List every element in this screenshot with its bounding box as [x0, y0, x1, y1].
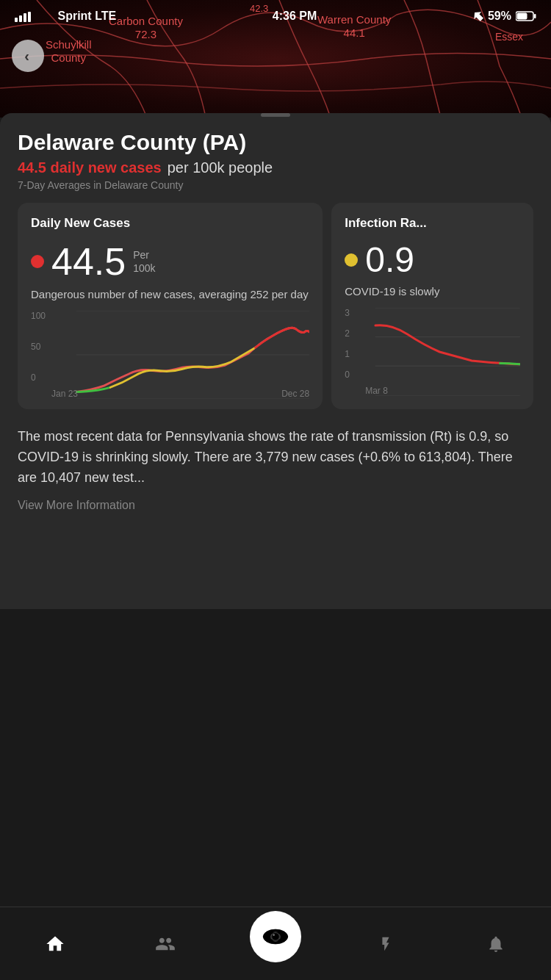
- status-bar: Sprint LTE 4:36 PM 59%: [0, 0, 551, 32]
- infection-rate-card: Infection Ra... 0.9 COVID-19 is slowly 3…: [331, 203, 533, 409]
- svg-rect-6: [534, 14, 536, 18]
- description-section: The most recent data for Pennsylvania sh…: [0, 409, 551, 521]
- ix-label-start: Mar 8: [365, 386, 388, 396]
- people-icon: [154, 934, 176, 954]
- card-value-infection: 0.9: [365, 242, 414, 278]
- county-title: Delaware County (PA): [0, 130, 551, 155]
- nav-people[interactable]: [110, 934, 220, 954]
- back-arrow-icon: ‹: [24, 48, 29, 65]
- cards-row: Daily New Cases 44.5 Per 100k Dangerous …: [0, 203, 551, 409]
- eyeball-icon: [262, 926, 289, 947]
- description-text: The most recent data for Pennsylvania sh…: [18, 427, 533, 489]
- carrier-label: Sprint LTE: [15, 10, 116, 23]
- back-button[interactable]: ‹: [12, 40, 44, 72]
- card-title-daily: Daily New Cases: [31, 216, 309, 231]
- svg-rect-3: [28, 12, 31, 22]
- daily-new-cases-card: Daily New Cases 44.5 Per 100k Dangerous …: [18, 203, 323, 409]
- home-icon: [45, 934, 65, 954]
- svg-marker-4: [471, 9, 486, 24]
- red-dot: [31, 255, 44, 268]
- x-label-start: Jan 23: [51, 389, 78, 399]
- card-value-row-infection: 0.9: [345, 242, 520, 278]
- chart-daily: 100 50 0: [31, 311, 309, 399]
- nav-home[interactable]: [0, 934, 110, 954]
- main-sheet: Delaware County (PA) 44.5 daily new case…: [0, 113, 551, 609]
- view-more-link[interactable]: View More Information: [18, 499, 135, 511]
- flash-icon: [378, 934, 394, 954]
- chart-infection: 3 2 1 0 Mar 8: [345, 308, 520, 396]
- card-title-infection: Infection Ra...: [345, 216, 520, 231]
- bell-icon: [486, 934, 505, 954]
- svg-rect-1: [19, 15, 22, 22]
- svg-rect-7: [517, 13, 527, 20]
- x-label-end: Dec 28: [281, 389, 309, 399]
- nav-flash[interactable]: [331, 934, 441, 954]
- card-value-daily: 44.5: [51, 242, 126, 281]
- card-value-sub-daily: Per 100k: [133, 248, 155, 275]
- svg-rect-0: [15, 18, 18, 22]
- card-value-row-daily: 44.5 Per 100k: [31, 242, 309, 281]
- map-label-schuylkill: SchuylkillCounty: [46, 38, 92, 65]
- seven-day-label: 7-Day Averages in Delaware County: [0, 179, 551, 191]
- yellow-dot: [345, 253, 358, 267]
- map-label-essex: Essex: [495, 31, 523, 43]
- svg-rect-2: [24, 13, 26, 22]
- sheet-handle: [261, 113, 290, 117]
- time-label: 4:36 PM: [273, 10, 317, 23]
- daily-cases-number: 44.5 daily new cases: [18, 159, 162, 176]
- center-button[interactable]: [250, 911, 301, 962]
- card-desc-infection: COVID-19 is slowly: [345, 284, 520, 299]
- nav-center[interactable]: [220, 926, 331, 962]
- chart-x-labels: Jan 23 Dec 28: [51, 389, 309, 399]
- card-desc-daily: Dangerous number of new cases, averaging…: [31, 287, 309, 302]
- bottom-nav: [0, 907, 551, 980]
- svg-point-18: [273, 934, 275, 935]
- battery-label: 59%: [473, 10, 536, 23]
- chart-x-labels-infection: Mar 8: [365, 386, 520, 396]
- nav-bell[interactable]: [441, 934, 551, 954]
- daily-cases-headline: 44.5 daily new cases per 100k people: [0, 159, 551, 176]
- daily-cases-suffix: per 100k people: [168, 159, 273, 176]
